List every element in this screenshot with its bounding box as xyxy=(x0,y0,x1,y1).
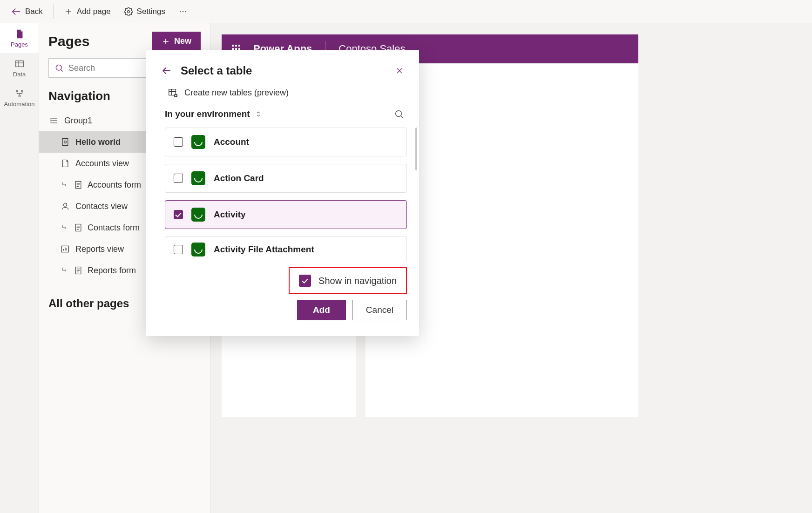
view-icon xyxy=(61,159,70,168)
svg-point-0 xyxy=(127,10,129,13)
show-nav-label: Show in navigation xyxy=(318,276,397,286)
search-icon xyxy=(54,63,64,73)
sublink-icon xyxy=(61,181,69,189)
table-action-card[interactable]: Action Card xyxy=(165,164,407,193)
table-plus-icon xyxy=(168,88,178,98)
svg-point-5 xyxy=(16,90,18,92)
chart-icon xyxy=(61,244,70,254)
checkbox[interactable] xyxy=(174,174,183,183)
create-new-label: Create new tables (preview) xyxy=(184,88,289,98)
panel-title: Pages xyxy=(48,34,147,49)
group-icon xyxy=(49,116,59,125)
svg-point-1 xyxy=(180,11,181,12)
plus-icon xyxy=(161,37,170,46)
svg-point-3 xyxy=(185,11,187,12)
svg-rect-9 xyxy=(62,139,68,146)
checkbox-checked[interactable] xyxy=(174,210,183,219)
rail-automation[interactable]: Automation xyxy=(0,83,39,113)
add-page-label: Add page xyxy=(77,7,111,16)
dialog-title: Select a table xyxy=(181,64,386,77)
cancel-button[interactable]: Cancel xyxy=(352,300,407,320)
gear-icon xyxy=(124,7,133,16)
scrollbar-thumb[interactable] xyxy=(415,128,417,170)
select-table-dialog: Select a table Create new tables (previe… xyxy=(146,50,419,336)
back-label: Back xyxy=(25,7,43,16)
settings-button[interactable]: Settings xyxy=(119,4,170,19)
left-rail: Pages Data Automation xyxy=(0,23,39,513)
arrow-left-icon xyxy=(11,7,21,17)
rail-pages[interactable]: Pages xyxy=(0,23,39,53)
top-toolbar: Back Add page Settings xyxy=(0,0,812,23)
svg-point-12 xyxy=(64,203,67,206)
svg-point-8 xyxy=(56,65,61,70)
svg-point-6 xyxy=(21,90,23,92)
nav-hello-label: Hello world xyxy=(75,137,121,147)
dataverse-icon xyxy=(191,243,205,256)
table-account[interactable]: Account xyxy=(165,128,407,156)
table-label: Account xyxy=(214,137,249,147)
nav-accounts-view-label: Accounts view xyxy=(75,159,129,169)
dialog-back-icon[interactable] xyxy=(161,65,172,76)
env-label: In your environment xyxy=(165,109,250,119)
nav-reports-view-label: Reports view xyxy=(75,244,124,254)
search-icon[interactable] xyxy=(394,109,404,119)
rail-pages-label: Pages xyxy=(11,41,28,48)
add-button[interactable]: Add xyxy=(297,300,346,320)
dataverse-icon xyxy=(191,171,205,185)
new-label: New xyxy=(174,36,191,46)
table-label: Action Card xyxy=(214,173,264,183)
svg-point-18 xyxy=(396,111,402,117)
nav-reports-form-label: Reports form xyxy=(88,266,136,276)
table-list: Account Action Card Activity Activity Fi… xyxy=(146,128,419,262)
close-icon[interactable] xyxy=(395,66,404,75)
sublink-icon xyxy=(61,224,69,231)
more-button[interactable] xyxy=(174,4,192,19)
table-label: Activity File Attachment xyxy=(214,244,314,255)
add-page-button[interactable]: Add page xyxy=(59,4,115,19)
pages-icon xyxy=(14,29,25,39)
new-button[interactable]: New xyxy=(152,32,201,51)
sublink-icon xyxy=(61,267,69,274)
table-label: Activity xyxy=(214,209,246,220)
form-icon xyxy=(74,266,83,275)
form-icon xyxy=(74,223,83,232)
settings-label: Settings xyxy=(137,7,165,16)
dataverse-icon xyxy=(191,135,205,149)
create-new-tables[interactable]: Create new tables (preview) xyxy=(146,88,419,109)
person-icon xyxy=(61,202,70,211)
nav-accounts-form-label: Accounts form xyxy=(88,180,141,190)
svg-point-2 xyxy=(183,11,184,12)
plus-icon xyxy=(64,7,73,16)
svg-rect-4 xyxy=(15,61,23,67)
flow-icon xyxy=(14,88,25,99)
custom-page-icon xyxy=(61,137,70,147)
rail-auto-label: Automation xyxy=(4,101,35,108)
table-activity-file-attachment[interactable]: Activity File Attachment xyxy=(165,236,407,262)
show-nav-checkbox[interactable] xyxy=(299,275,311,287)
form-icon xyxy=(74,180,83,189)
dataverse-icon xyxy=(191,208,205,222)
svg-point-7 xyxy=(19,95,20,97)
toolbar-divider xyxy=(53,5,54,19)
nav-contacts-view-label: Contacts view xyxy=(75,202,128,211)
nav-group-label: Group1 xyxy=(64,116,92,126)
table-icon xyxy=(14,59,25,69)
checkbox[interactable] xyxy=(174,245,183,254)
show-in-navigation-highlight: Show in navigation xyxy=(289,267,407,294)
table-activity[interactable]: Activity xyxy=(165,200,407,229)
back-button[interactable]: Back xyxy=(7,4,47,20)
rail-data[interactable]: Data xyxy=(0,53,39,83)
sort-icon[interactable] xyxy=(255,110,262,118)
more-icon xyxy=(178,7,188,16)
nav-contacts-form-label: Contacts form xyxy=(88,223,140,233)
rail-data-label: Data xyxy=(13,71,26,78)
checkbox[interactable] xyxy=(174,137,183,147)
